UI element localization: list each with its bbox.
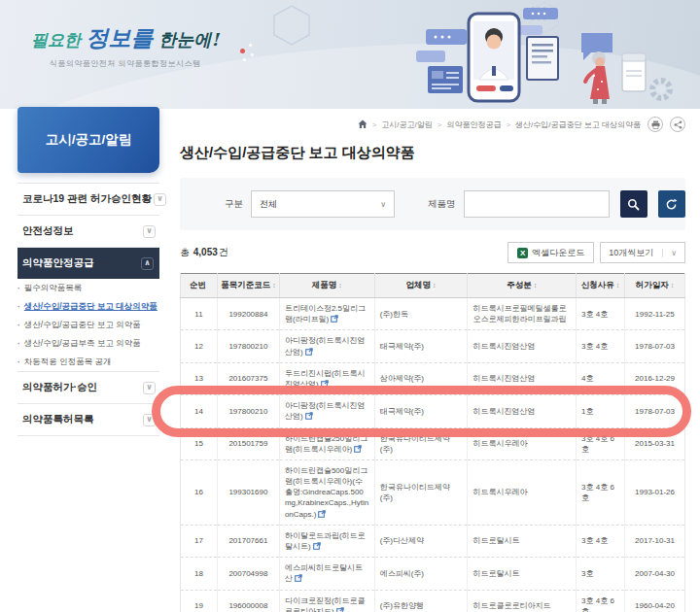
product-name-input[interactable] <box>464 190 610 218</box>
external-link-icon[interactable] <box>305 412 313 420</box>
sort-icon[interactable]: ↕ <box>338 282 342 289</box>
sort-icon[interactable]: ↕ <box>616 282 620 289</box>
sort-icon[interactable]: ↕ <box>671 282 675 289</box>
cell-code: 199301690 <box>217 459 279 525</box>
sidebar-item[interactable]: 의약품특허목록 ∨ <box>18 404 159 436</box>
cell-code: 201707661 <box>217 525 279 557</box>
home-icon[interactable] <box>358 119 368 129</box>
external-link-icon[interactable] <box>354 445 362 453</box>
table-header-cell[interactable]: 신청사유↕ <box>577 274 625 298</box>
sidebar-subitem[interactable]: · 차등적용 인정품목 공개 <box>18 353 159 371</box>
sidebar-item[interactable]: 의약품허가·승인 ∨ <box>18 372 159 404</box>
external-link-icon[interactable] <box>295 574 302 582</box>
site-logo[interactable]: 필요한 정보를 한눈에! 식품의약품안전처 의약품통합정보시스템 <box>31 23 219 69</box>
table-header-cell[interactable]: 허가일자↕ <box>625 274 685 298</box>
breadcrumb-item[interactable]: 고시/공고/알림 <box>381 119 432 130</box>
top-banner: 필요한 정보를 한눈에! 식품의약품안전처 의약품통합정보시스템 <box>0 0 700 109</box>
product-link[interactable]: 다이크로짇정(히드로클로로티아지드) <box>285 596 366 612</box>
bullet-icon: · <box>18 339 20 349</box>
sidebar-item-drug-supply[interactable]: 의약품안정공급 ∧ <box>18 248 159 279</box>
cell-reason: 3호 4호 <box>577 298 625 330</box>
table-header-cell[interactable]: 품목기준코드↕ <box>217 274 279 298</box>
share-icon <box>674 120 682 129</box>
cell-reason: 3호 <box>577 558 625 590</box>
chevron-down-icon[interactable]: ∨ <box>143 225 156 238</box>
cell-product: 아디팜정(히드록시진염산염) <box>279 330 374 362</box>
chevron-down-icon[interactable]: ∨ <box>143 414 156 426</box>
cell-reason: 3호 4호 <box>577 525 625 557</box>
cell-ingredient: 히드록시우레아 <box>468 459 577 525</box>
page-size-select[interactable]: 10개씩보기 ∨ <box>600 242 685 263</box>
bullet-icon: · <box>18 284 20 293</box>
cell-no: 12 <box>181 330 218 362</box>
sidebar-subitem[interactable]: · 생산/수입/공급중단 보고 대상의약품 <box>18 297 159 316</box>
breadcrumb-separator: > <box>438 120 442 129</box>
logo-slogan: 필요한 정보를 한눈에! <box>31 23 219 53</box>
table-header-cell[interactable]: 제품명↕ <box>279 274 374 298</box>
page-title: 생산/수입/공급중단 보고 대상의약품 <box>180 144 685 162</box>
cell-product: 하이탈로드과립(히드로탈시트) <box>279 525 374 557</box>
category-select[interactable]: 전체 ∨ <box>251 190 395 218</box>
cell-reason: 3호 4호 <box>577 330 625 362</box>
product-link[interactable]: 하이드린캡슐500밀리그램(히드록시우레아)(수출명:GindreaCaps.5… <box>285 466 368 519</box>
breadcrumb-item[interactable]: 의약품안정공급 <box>446 119 501 130</box>
table-header-cell[interactable]: 순번 <box>181 274 218 298</box>
external-link-icon[interactable] <box>321 380 329 388</box>
cell-company: (주)다산제약 <box>374 525 468 557</box>
table-row: 19 196000008 다이크로짇정(히드로클로로티아지드) (주)유한양행 … <box>181 590 685 612</box>
table-header-cell[interactable]: 주성분↕ <box>468 274 577 298</box>
cell-date: 1960-04-20 <box>625 590 685 612</box>
cell-ingredient: 히드록시진염산염 <box>468 362 577 394</box>
table-row: 15 201501759 하이드린캡슐250밀리그램(히드록시우레아) 한국유나… <box>181 427 685 459</box>
cell-reason: 3호 4호 6호 <box>577 459 625 525</box>
sidebar-title: 고시/공고/알림 <box>18 107 159 173</box>
share-button[interactable] <box>670 117 685 132</box>
cell-code: 201501759 <box>217 427 279 459</box>
cell-product: 두드리진시럽(히드록시진염산염) <box>279 362 374 394</box>
sort-icon[interactable]: ↕ <box>433 282 437 289</box>
chevron-down-icon: ∨ <box>662 249 677 257</box>
sidebar-subitem[interactable]: · 생산/수입/공급중단 보고 의약품 <box>18 316 159 334</box>
product-link[interactable]: 하이탈로드과립(히드로탈시트) <box>285 531 366 551</box>
cell-company: (주)한독 <box>374 298 468 330</box>
cell-code: 197800210 <box>217 330 279 362</box>
cell-reason: 3호 4호 6호 <box>577 590 625 612</box>
table-header-row: 순번 품목기준코드↕ 제품명↕ 업체명↕ 주성분↕ 신청사유↕ 허가일자↕ <box>181 274 685 298</box>
cell-date: 2017-10-31 <box>625 525 685 557</box>
table-row: 17 201707661 하이탈로드과립(히드로탈시트) (주)다산제약 히드로… <box>181 525 685 557</box>
external-link-icon[interactable] <box>318 510 326 518</box>
sort-icon[interactable]: ↕ <box>534 282 538 289</box>
external-link-icon[interactable] <box>305 348 313 356</box>
table-row: 13 201607375 두드리진시럽(히드록시진염산염) 삼아제약(주) 히드… <box>181 362 685 394</box>
main-content: > 고시/공고/알림 > 의약품안정공급 > 생산/수입/공급중단 보고 대상의… <box>180 109 685 612</box>
category-select-value: 전체 <box>260 198 277 211</box>
sidebar-item[interactable]: 안전성정보 ∨ <box>18 216 159 248</box>
sidebar-nav: 코로나19 관련 허가승인현황 ∨ 안전성정보 ∨ 의약품안정공급 ∧ · 필수… <box>18 183 159 436</box>
cell-product: 하이드린캡슐500밀리그램(히드록시우레아)(수출명:GindreaCaps.5… <box>279 459 374 525</box>
reset-button[interactable] <box>658 190 685 218</box>
print-button[interactable] <box>648 117 663 132</box>
breadcrumb-item[interactable]: 생산/수입/공급중단 보고 대상의약품 <box>515 119 641 130</box>
sidebar-subitem[interactable]: · 생산/수입/공급부족 보고 의약품 <box>18 334 159 353</box>
chevron-down-icon[interactable]: ∨ <box>154 193 166 206</box>
sidebar-subitem[interactable]: · 필수의약품목록 <box>18 279 159 297</box>
table-header-cell[interactable]: 업체명↕ <box>374 274 468 298</box>
external-link-icon[interactable] <box>331 315 338 323</box>
external-link-icon[interactable] <box>313 542 321 550</box>
cell-reason: 1호 <box>577 395 625 427</box>
product-link[interactable]: 아디팜정(히드록시진염산염) <box>285 401 366 421</box>
sidebar-item[interactable]: 코로나19 관련 허가승인현황 ∨ <box>18 184 159 216</box>
table-row: 14 197800210 아디팜정(히드록시진염산염) 태극제약(주) 히드록시… <box>181 395 685 427</box>
cell-no: 13 <box>181 362 218 394</box>
bullet-icon: · <box>18 357 20 367</box>
search-icon <box>627 198 640 211</box>
external-link-icon[interactable] <box>336 607 344 612</box>
chevron-down-icon[interactable]: ∨ <box>143 382 156 394</box>
excel-download-button[interactable]: X 엑셀다운로드 <box>508 242 594 263</box>
search-button[interactable] <box>620 190 648 218</box>
chevron-up-icon[interactable]: ∧ <box>141 257 154 270</box>
product-link[interactable]: 아디팜정(히드록시진염산염) <box>285 336 366 356</box>
cell-product: 트리테이스정2.5밀리그램(라미프릴) <box>279 298 374 330</box>
product-link[interactable]: 트리테이스정2.5밀리그램(라미프릴) <box>285 304 366 323</box>
sort-icon[interactable]: ↕ <box>272 282 276 289</box>
